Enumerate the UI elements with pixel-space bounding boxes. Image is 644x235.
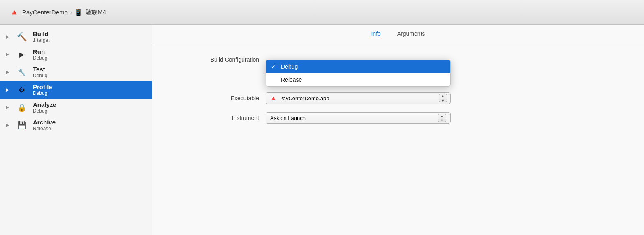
sidebar: ▶ 🔨 Build 1 target ▶ ▶ Run Debug ▶ 🔧 Tes… bbox=[0, 25, 152, 235]
right-panel: Info Arguments Build Configuration ✓ Deb… bbox=[152, 25, 644, 235]
tab-info[interactable]: Info bbox=[371, 30, 380, 39]
option-release-label: Release bbox=[281, 76, 302, 83]
analyze-subtitle: Debug bbox=[33, 108, 56, 114]
sidebar-item-analyze[interactable]: ▶ 🔒 Analyze Debug bbox=[0, 99, 152, 116]
instrument-label: Instrument bbox=[185, 115, 259, 121]
build-icon: 🔨 bbox=[16, 31, 28, 43]
profile-title: Profile bbox=[33, 83, 52, 90]
instrument-chevron-down-icon: ▼ bbox=[440, 118, 444, 122]
device-name: 魅族M4 bbox=[85, 8, 106, 16]
title-bar: 🔺 PayCenterDemo › 📱 魅族M4 bbox=[0, 0, 644, 25]
instrument-row: Instrument Ask on Launch ▲ ▼ bbox=[185, 112, 611, 124]
instrument-value: Ask on Launch bbox=[270, 115, 306, 121]
run-icon: ▶ bbox=[16, 48, 28, 61]
archive-subtitle: Release bbox=[33, 126, 56, 131]
xcode-logo-icon: 🔺 bbox=[8, 7, 20, 18]
archive-title: Archive bbox=[33, 119, 56, 126]
build-config-row: Build Configuration ✓ Debug Release bbox=[185, 56, 611, 63]
dropdown-option-release[interactable]: Release bbox=[266, 73, 450, 86]
analyze-icon: 🔒 bbox=[16, 101, 28, 114]
chevron-down-icon: ▼ bbox=[441, 99, 445, 103]
expand-arrow-test: ▶ bbox=[6, 69, 11, 75]
chevron-up-icon: ▲ bbox=[441, 94, 445, 98]
option-debug-label: Debug bbox=[281, 63, 298, 70]
breadcrumb-chevron-icon: › bbox=[70, 9, 72, 15]
main-content: ▶ 🔨 Build 1 target ▶ ▶ Run Debug ▶ 🔧 Tes… bbox=[0, 25, 644, 235]
build-config-label: Build Configuration bbox=[185, 56, 259, 63]
settings-area: Build Configuration ✓ Debug Release bbox=[152, 44, 644, 144]
instrument-select[interactable]: Ask on Launch ▲ ▼ bbox=[266, 112, 451, 124]
sidebar-item-test[interactable]: ▶ 🔧 Test Debug bbox=[0, 63, 152, 81]
run-subtitle: Debug bbox=[33, 55, 47, 61]
test-icon: 🔧 bbox=[16, 66, 28, 78]
sidebar-item-run[interactable]: ▶ ▶ Run Debug bbox=[0, 46, 152, 63]
build-subtitle: 1 target bbox=[33, 37, 50, 43]
expand-arrow-build: ▶ bbox=[6, 34, 11, 39]
instrument-stepper[interactable]: ▲ ▼ bbox=[438, 114, 446, 122]
dropdown-menu: ✓ Debug Release bbox=[266, 60, 451, 87]
sidebar-item-build[interactable]: ▶ 🔨 Build 1 target bbox=[0, 28, 152, 46]
build-title: Build bbox=[33, 30, 50, 37]
profile-icon: ⚙ bbox=[16, 84, 28, 96]
dropdown-option-debug[interactable]: ✓ Debug bbox=[266, 60, 450, 73]
expand-arrow-run: ▶ bbox=[6, 52, 11, 57]
test-subtitle: Debug bbox=[33, 73, 47, 78]
executable-label: Executable bbox=[185, 95, 259, 101]
project-name: PayCenterDemo bbox=[22, 9, 68, 16]
executable-value: PayCenterDemo.app bbox=[279, 95, 329, 101]
expand-arrow-profile: ▶ bbox=[6, 87, 11, 92]
app-icon: 🔺 bbox=[269, 94, 277, 102]
build-config-dropdown[interactable]: ✓ Debug Release bbox=[266, 60, 451, 87]
expand-arrow-archive: ▶ bbox=[6, 122, 11, 128]
executable-stepper[interactable]: ▲ ▼ bbox=[439, 94, 447, 102]
expand-arrow-analyze: ▶ bbox=[6, 105, 11, 110]
tabs-bar: Info Arguments bbox=[152, 25, 644, 44]
sidebar-item-archive[interactable]: ▶ 💾 Archive Release bbox=[0, 116, 152, 134]
instrument-chevron-up-icon: ▲ bbox=[440, 114, 444, 118]
device-icon: 📱 bbox=[74, 8, 83, 16]
sidebar-item-profile[interactable]: ▶ ⚙ Profile Debug bbox=[0, 81, 152, 99]
test-title: Test bbox=[33, 66, 47, 73]
executable-select[interactable]: 🔺 PayCenterDemo.app ▲ ▼ bbox=[266, 92, 451, 104]
checkmark-icon: ✓ bbox=[271, 63, 276, 70]
executable-row: Executable 🔺 PayCenterDemo.app ▲ ▼ bbox=[185, 92, 611, 104]
run-title: Run bbox=[33, 48, 47, 55]
tab-arguments[interactable]: Arguments bbox=[397, 30, 425, 39]
profile-subtitle: Debug bbox=[33, 90, 52, 96]
archive-icon: 💾 bbox=[16, 119, 28, 131]
analyze-title: Analyze bbox=[33, 101, 56, 108]
